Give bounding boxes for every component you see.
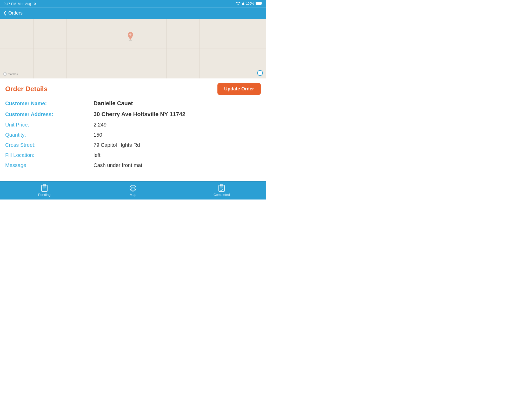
back-button[interactable]: Orders [4,10,23,16]
field-label: Customer Address: [5,111,94,117]
tab-pending-label: Pending [38,193,51,197]
field-row: Customer Name:Danielle Cauet [5,100,261,107]
svg-marker-1 [242,2,244,5]
field-value: 30 Cherry Ave Holtsville NY 11742 [94,111,185,118]
field-row: Customer Address:30 Cherry Ave Holtsvill… [5,111,261,118]
nav-bar: Orders [0,7,266,19]
map-pin [127,32,134,41]
status-time-date: 9:47 PM Mon Aug 10 [4,2,36,6]
map-info-button[interactable]: i [257,70,263,76]
map-globe-icon [129,184,137,192]
field-row: Quantity:150 [5,132,261,138]
status-indicators: 100% [236,2,262,6]
pending-icon [41,184,48,192]
tab-map-label: Map [130,193,136,197]
svg-point-0 [238,4,239,5]
field-value: 2.249 [94,122,107,128]
field-label: Unit Price: [5,122,94,128]
status-date: Mon Aug 10 [18,2,36,6]
field-value: Danielle Cauet [94,100,133,107]
tab-bar: Pending Map Completed [0,181,266,200]
order-details-title: Order Details [5,85,48,93]
back-label: Orders [8,10,23,16]
tab-pending[interactable]: Pending [0,184,89,197]
map-info-icon: i [260,71,261,75]
battery-label: 100% [246,2,254,5]
status-bar: 9:47 PM Mon Aug 10 100% [0,0,266,7]
content-area: Order Details Update Order Customer Name… [0,78,266,177]
field-value: 79 Capitol Hghts Rd [94,142,140,148]
mapbox-label: mapbox [8,72,18,76]
field-label: Customer Name: [5,101,94,107]
field-label: Fill Location: [5,152,94,158]
svg-rect-8 [42,185,47,191]
field-row: Message:Cash under front mat [5,162,261,168]
svg-rect-3 [262,3,263,4]
map-area[interactable]: mapbox i [0,19,266,78]
field-value: Cash under front mat [94,162,142,168]
completed-icon [218,184,225,192]
tab-completed[interactable]: Completed [177,184,266,197]
svg-point-5 [129,40,132,41]
svg-rect-4 [256,2,261,4]
field-row: Unit Price:2.249 [5,122,261,128]
wifi-icon [236,2,240,6]
field-label: Quantity: [5,132,94,138]
svg-point-6 [129,34,131,36]
update-order-button[interactable]: Update Order [217,83,261,95]
battery-icon [256,2,262,6]
signal-icon [242,2,244,6]
field-value: 150 [94,132,102,138]
status-time: 9:47 PM [4,2,16,6]
tab-completed-label: Completed [214,193,230,197]
content-header: Order Details Update Order [5,83,261,95]
field-row: Cross Street:79 Capitol Hghts Rd [5,142,261,148]
mapbox-attribution: mapbox [3,72,18,76]
field-label: Cross Street: [5,142,94,148]
tab-map[interactable]: Map [89,184,177,197]
fields-container: Customer Name:Danielle CauetCustomer Add… [5,100,261,168]
field-value: left [94,152,101,158]
field-row: Fill Location:left [5,152,261,158]
field-label: Message: [5,162,94,168]
